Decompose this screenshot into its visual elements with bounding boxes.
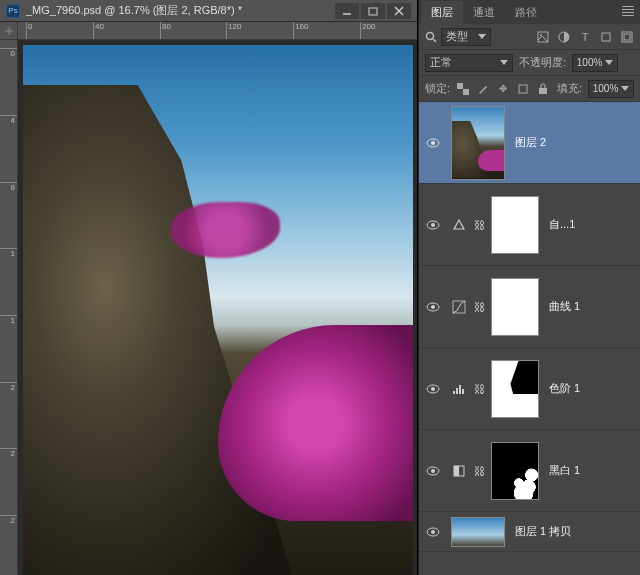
tab-paths[interactable]: 路径 (505, 1, 547, 24)
visibility-toggle[interactable] (419, 527, 447, 537)
layer-name[interactable]: 图层 2 (509, 135, 640, 150)
link-icon[interactable]: ⛓ (471, 383, 487, 395)
minimize-button[interactable] (335, 3, 359, 19)
tab-channels[interactable]: 通道 (463, 1, 505, 24)
lock-artboard-icon[interactable] (516, 82, 530, 96)
visibility-toggle[interactable] (419, 302, 447, 312)
filter-pixel-icon[interactable] (536, 30, 550, 44)
svg-point-6 (427, 32, 434, 39)
svg-rect-30 (462, 389, 464, 394)
tab-layers[interactable]: 图层 (421, 1, 463, 24)
blend-mode-select[interactable]: 正常 (425, 54, 513, 72)
layer-row[interactable]: ⛓ 黑白 1 (419, 430, 640, 512)
svg-rect-17 (539, 88, 547, 94)
mask-thumbnail[interactable] (491, 278, 539, 336)
svg-rect-1 (369, 8, 377, 15)
maximize-button[interactable] (361, 3, 385, 19)
canvas[interactable] (18, 40, 417, 575)
svg-rect-13 (624, 34, 630, 40)
document-area: Ps _MG_7960.psd @ 16.7% (图层 2, RGB/8*) *… (0, 0, 418, 575)
svg-point-19 (431, 141, 435, 145)
svg-line-7 (433, 39, 436, 42)
link-icon[interactable]: ⛓ (471, 219, 487, 231)
ruler-vertical[interactable]: 0 4 8 1 1 2 2 2 (0, 40, 18, 575)
lock-label: 锁定: (425, 81, 450, 96)
nat-icon (447, 218, 471, 232)
svg-rect-14 (457, 83, 463, 89)
layer-row[interactable]: 图层 1 拷贝 (419, 512, 640, 552)
layer-row[interactable]: ⛓ 色阶 1 (419, 348, 640, 430)
svg-rect-34 (454, 466, 459, 476)
ps-icon: Ps (6, 4, 20, 18)
mask-thumbnail[interactable] (491, 360, 539, 418)
svg-point-23 (431, 305, 435, 309)
svg-rect-11 (602, 33, 610, 41)
curves-icon (447, 300, 471, 314)
filter-smartobj-icon[interactable] (620, 30, 634, 44)
search-icon (425, 31, 437, 43)
lock-pixels-icon[interactable] (476, 82, 490, 96)
svg-point-36 (431, 530, 435, 534)
document-title: _MG_7960.psd @ 16.7% (图层 2, RGB/8*) * (26, 3, 335, 18)
svg-point-21 (431, 223, 435, 227)
ruler-origin[interactable] (0, 22, 18, 40)
layer-name[interactable]: 曲线 1 (543, 299, 640, 314)
photo-preview (23, 45, 413, 575)
layer-name[interactable]: 色阶 1 (543, 381, 640, 396)
link-icon[interactable]: ⛓ (471, 465, 487, 477)
visibility-toggle[interactable] (419, 466, 447, 476)
visibility-toggle[interactable] (419, 384, 447, 394)
document-titlebar: Ps _MG_7960.psd @ 16.7% (图层 2, RGB/8*) * (0, 0, 417, 22)
svg-point-32 (431, 469, 435, 473)
levels-icon (447, 383, 471, 395)
lock-row: 锁定: ✥ 填充: 100% (419, 76, 640, 102)
layer-row[interactable]: ⛓ 曲线 1 (419, 266, 640, 348)
filter-shape-icon[interactable] (599, 30, 613, 44)
close-button[interactable] (387, 3, 411, 19)
svg-rect-28 (456, 388, 458, 394)
visibility-toggle[interactable] (419, 220, 447, 230)
layer-row[interactable]: 图层 2 (419, 102, 640, 184)
link-icon[interactable]: ⛓ (471, 301, 487, 313)
mask-thumbnail[interactable] (491, 442, 539, 500)
layer-name[interactable]: 自...1 (543, 217, 640, 232)
filter-type-select[interactable]: 类型 (441, 28, 491, 46)
visibility-toggle[interactable] (419, 138, 447, 148)
lock-all-icon[interactable] (536, 82, 550, 96)
filter-type-icon[interactable]: T (578, 30, 592, 44)
svg-point-26 (431, 387, 435, 391)
lock-position-icon[interactable]: ✥ (496, 82, 510, 96)
ruler-horizontal[interactable]: 0 40 80 120 160 200 (18, 22, 417, 40)
fill-input[interactable]: 100% (588, 80, 634, 98)
layers-list: 图层 2 ⛓ 自...1 ⛓ 曲线 1 ⛓ 色阶 1 (419, 102, 640, 575)
layer-row[interactable]: ⛓ 自...1 (419, 184, 640, 266)
opacity-input[interactable]: 100% (572, 54, 618, 72)
mask-thumbnail[interactable] (491, 196, 539, 254)
lock-transparency-icon[interactable] (456, 82, 470, 96)
layer-name[interactable]: 图层 1 拷贝 (509, 524, 640, 539)
filter-adjustment-icon[interactable] (557, 30, 571, 44)
svg-rect-29 (459, 385, 461, 394)
panel-menu-button[interactable] (620, 4, 636, 18)
svg-rect-27 (453, 391, 455, 394)
bw-icon (447, 464, 471, 478)
layer-thumbnail[interactable] (451, 517, 505, 547)
blend-row: 正常 不透明度: 100% (419, 50, 640, 76)
svg-rect-15 (463, 89, 469, 95)
opacity-label: 不透明度: (519, 55, 566, 70)
layer-thumbnail[interactable] (451, 106, 505, 180)
panel-tabs: 图层 通道 路径 (419, 0, 640, 24)
layers-panel: 图层 通道 路径 类型 T 正常 不透明度: 100% 锁定: (418, 0, 640, 575)
layer-name[interactable]: 黑白 1 (543, 463, 640, 478)
fill-label: 填充: (557, 81, 582, 96)
svg-rect-16 (519, 85, 527, 93)
filter-row: 类型 T (419, 24, 640, 50)
